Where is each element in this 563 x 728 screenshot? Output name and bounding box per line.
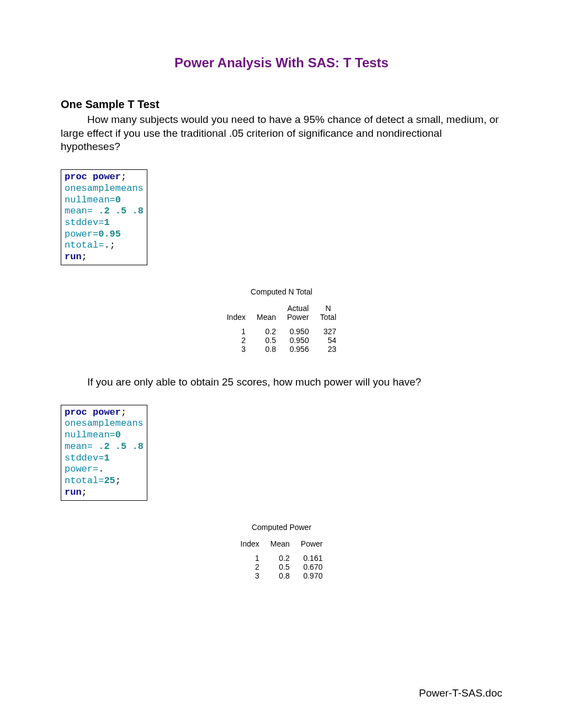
code-value: .2 .5 .8: [98, 441, 144, 452]
code-value: .: [104, 240, 109, 250]
code-option: onesamplemeans: [65, 183, 144, 194]
code-option: ntotal=: [65, 475, 104, 486]
code-option: power=: [65, 464, 98, 474]
table-row: 2 0.5 0.670: [235, 563, 328, 571]
code-option: ntotal=: [65, 240, 104, 250]
output-block-1: Computed N Total Index Mean ActualPower …: [61, 287, 502, 354]
section-heading: One Sample T Test: [61, 98, 502, 111]
code-value: 0: [115, 430, 121, 440]
code-option: onesamplemeans: [65, 418, 144, 429]
table-row: 3 0.8 0.970: [235, 571, 328, 580]
footer-filename: Power-T-SAS.doc: [419, 687, 502, 699]
code-option: stddev=: [65, 453, 104, 463]
output-title: Computed N Total: [201, 287, 362, 296]
code-option: power=: [65, 229, 98, 239]
code-keyword-proc: proc power: [65, 407, 121, 417]
table-header-row: Index Mean ActualPower NTotal: [221, 304, 342, 327]
code-value: 0: [115, 195, 121, 205]
code-option: mean=: [65, 206, 98, 216]
code-option: nullmean=: [65, 195, 115, 205]
col-power: Power: [295, 539, 328, 554]
col-index: Index: [235, 539, 265, 554]
code-block-1: proc power; onesamplemeans nullmean=0 me…: [61, 169, 147, 265]
output-block-2: Computed Power Index Mean Power 1 0.2 0.…: [61, 523, 502, 580]
col-mean: Mean: [251, 304, 282, 327]
paragraph-text: How many subjects would you need to have…: [61, 114, 499, 152]
code-option: mean=: [65, 441, 98, 452]
code-option: nullmean=: [65, 430, 115, 440]
code-keyword-run: run: [65, 251, 82, 262]
code-value: .2 .5 .8: [98, 206, 144, 216]
output-table-1: Index Mean ActualPower NTotal 1 0.2 0.95…: [221, 304, 342, 354]
table-row: 1 0.2 0.161: [235, 554, 328, 563]
code-value: 0.95: [98, 229, 121, 239]
col-index: Index: [221, 304, 251, 327]
document-page: Power Analysis With SAS: T Tests One Sam…: [0, 0, 563, 580]
intro-paragraph: How many subjects would you need to have…: [61, 113, 502, 154]
table-header-row: Index Mean Power: [235, 539, 328, 554]
code-keyword-proc: proc power: [65, 172, 121, 182]
code-value: 1: [104, 217, 109, 228]
col-power: ActualPower: [282, 304, 315, 327]
output-table-2: Index Mean Power 1 0.2 0.161 2 0.5 0.670…: [235, 539, 328, 580]
code-value: .: [98, 464, 104, 474]
code-keyword-run: run: [65, 487, 82, 497]
table-row: 2 0.5 0.950 54: [221, 336, 342, 345]
paragraph-2: If you are only able to obtain 25 scores…: [61, 376, 502, 389]
table-row: 1 0.2 0.950 327: [221, 327, 342, 336]
code-block-2: proc power; onesamplemeans nullmean=0 me…: [61, 405, 147, 501]
code-value: 25: [104, 475, 115, 486]
output-title: Computed Power: [226, 523, 337, 532]
code-value: 1: [104, 453, 109, 463]
page-title: Power Analysis With SAS: T Tests: [61, 55, 502, 71]
code-option: stddev=: [65, 217, 104, 228]
table-row: 3 0.8 0.956 23: [221, 345, 342, 354]
col-mean: Mean: [265, 539, 295, 554]
paragraph-text: If you are only able to obtain 25 scores…: [87, 376, 421, 388]
col-ntotal: NTotal: [315, 304, 342, 327]
